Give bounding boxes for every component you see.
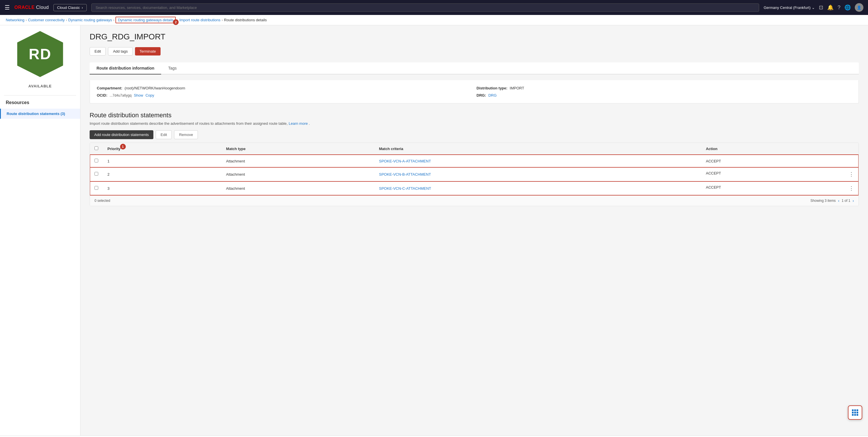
selected-count: 0 selected	[94, 199, 110, 203]
row2-priority: 2	[103, 167, 221, 181]
row1-action: ACCEPT	[701, 155, 859, 167]
table-header-match-type: Match type	[221, 143, 374, 155]
row3-match-criteria-link[interactable]: SPOKE-VCN-C-ATTACHMENT	[379, 186, 431, 191]
bell-icon[interactable]: 🔔	[827, 4, 834, 11]
statements-section-desc: Import route distribution statements des…	[90, 121, 859, 126]
row1-match-type: Attachment	[221, 155, 374, 167]
edit-button[interactable]: Edit	[90, 47, 106, 56]
info-tabs: Route distribution information Tags	[90, 62, 859, 75]
prev-page-button[interactable]: ‹	[838, 198, 840, 203]
help-grid-icon	[852, 409, 858, 416]
breadcrumb-dynamic-routing-gateways[interactable]: Dynamic routing gateways	[68, 18, 112, 22]
resource-hexagon-icon: RD	[17, 31, 63, 77]
row2-checkbox[interactable]	[94, 172, 98, 176]
showing-items: Showing 3 items	[811, 199, 836, 203]
row3-match-type: Attachment	[221, 181, 374, 196]
breadcrumb-dynamic-routing-gateways-details[interactable]: Dynamic routing gateways details	[116, 17, 176, 23]
breadcrumb-sep-1: ›	[26, 18, 27, 22]
breadcrumb-sep-5: ›	[222, 18, 223, 22]
add-route-distribution-statements-button[interactable]: Add route distribution statements	[90, 130, 153, 139]
ocid-label: OCID:	[97, 93, 107, 97]
row3-kebab-menu[interactable]: ⋮	[849, 185, 854, 192]
tab-tags[interactable]: Tags	[161, 62, 184, 75]
breadcrumb-import-route-distributions[interactable]: Import route distributions	[179, 18, 220, 22]
select-all-checkbox[interactable]	[94, 146, 98, 150]
ocid-row: OCID: ...7d4u7a6ygq Show Copy	[97, 93, 472, 97]
row3-checkbox[interactable]	[94, 186, 98, 190]
top-navigation: ☰ ORACLE Cloud Cloud Classic › Germany C…	[0, 0, 868, 15]
terminate-button[interactable]: Terminate	[135, 47, 161, 56]
add-tags-button[interactable]: Add tags	[108, 47, 132, 56]
sidebar-divider	[4, 95, 76, 95]
cloud-classic-button[interactable]: Cloud Classic ›	[54, 4, 87, 11]
tab-route-distribution-information[interactable]: Route distribution information	[90, 62, 161, 75]
sidebar: RD AVAILABLE Resources Route distributio…	[0, 25, 81, 436]
row1-priority: 1	[103, 155, 221, 167]
table-header-match-criteria: Match criteria	[375, 143, 702, 155]
main-layout: RD AVAILABLE Resources Route distributio…	[0, 25, 868, 436]
row2-kebab-menu[interactable]: ⋮	[849, 171, 854, 177]
compartment-row: Compartment: (root)/NETWORK/IwanHoogendo…	[97, 86, 472, 90]
row1-checkbox-cell	[90, 155, 103, 167]
help-apps-button[interactable]	[848, 405, 862, 420]
table-edit-button[interactable]: Edit	[156, 130, 172, 139]
screen-icon[interactable]: ⊡	[819, 4, 823, 11]
main-content: DRG_RDG_IMPORT Edit Add tags Terminate R…	[81, 25, 868, 436]
ocid-show-link[interactable]: Show	[134, 93, 143, 97]
oracle-text: ORACLE Cloud	[14, 5, 49, 10]
breadcrumb-sep-3: ›	[113, 18, 114, 22]
action-bar: Edit Add tags Terminate	[90, 47, 859, 56]
page-title: DRG_RDG_IMPORT	[90, 32, 859, 41]
table-row: 1 Attachment SPOKE-VCN-A-ATTACHMENT ACCE…	[90, 155, 859, 167]
next-page-button[interactable]: ›	[852, 198, 854, 203]
compartment-value: (root)/NETWORK/IwanHoogendoorn	[125, 86, 185, 90]
region-selector[interactable]: Germany Central (Frankfurt) ⌄	[764, 5, 815, 10]
row3-match-criteria: SPOKE-VCN-C-ATTACHMENT	[375, 181, 702, 196]
avatar[interactable]: 👤	[855, 3, 863, 12]
breadcrumb-networking[interactable]: Networking	[6, 18, 24, 22]
row1-match-criteria-link[interactable]: SPOKE-VCN-A-ATTACHMENT	[379, 159, 431, 163]
nav-right-icons: Germany Central (Frankfurt) ⌄ ⊡ 🔔 ? 🌐 👤	[764, 3, 863, 12]
table-header-priority: Priority 1	[103, 143, 221, 155]
row3-action: ACCEPT ⋮	[701, 181, 859, 196]
info-panel: Compartment: (root)/NETWORK/IwanHoogendo…	[90, 80, 859, 104]
row2-match-type: Attachment	[221, 167, 374, 181]
distribution-type-label: Distribution type:	[476, 86, 507, 90]
drg-row: DRG: DRG	[476, 93, 851, 97]
ocid-copy-link[interactable]: Copy	[145, 93, 154, 97]
breadcrumb-sep-2: ›	[66, 18, 67, 22]
breadcrumb-customer-connectivity[interactable]: Customer connectivity	[28, 18, 65, 22]
distribution-type-value: IMPORT	[510, 86, 524, 90]
breadcrumb-badge-2: 2	[173, 19, 179, 25]
table-toolbar: Add route distribution statements Edit R…	[90, 130, 859, 139]
search-input[interactable]	[91, 3, 759, 12]
statements-section-title: Route distribution statements	[90, 112, 859, 119]
resources-label: Resources	[0, 100, 29, 105]
table-row: 3 Attachment SPOKE-VCN-C-ATTACHMENT ACCE…	[90, 181, 859, 196]
distribution-type-row: Distribution type: IMPORT	[476, 86, 851, 90]
priority-badge-1: 1	[120, 144, 126, 149]
learn-more-link[interactable]: Learn more	[289, 121, 308, 126]
page-info: 1 of 1	[842, 199, 850, 203]
table-row: 2 Attachment SPOKE-VCN-B-ATTACHMENT ACCE…	[90, 167, 859, 181]
row1-checkbox[interactable]	[94, 159, 98, 163]
help-icon[interactable]: ?	[838, 5, 840, 11]
drg-label: DRG:	[476, 93, 486, 97]
sidebar-icon-wrapper: RD	[17, 31, 63, 77]
page-footer: Terms of Use and Privacy Cookie Preferen…	[0, 436, 868, 437]
table-header-checkbox	[90, 143, 103, 155]
pagination: Showing 3 items ‹ 1 of 1 ›	[811, 198, 854, 203]
row2-match-criteria: SPOKE-VCN-B-ATTACHMENT	[375, 167, 702, 181]
hamburger-icon[interactable]: ☰	[5, 4, 10, 11]
sidebar-item-route-distribution-statements[interactable]: Route distribution statements (3)	[0, 109, 80, 119]
row3-priority: 3	[103, 181, 221, 196]
breadcrumb: Networking › Customer connectivity › Dyn…	[0, 15, 868, 25]
table-footer: 0 selected Showing 3 items ‹ 1 of 1 ›	[90, 195, 859, 206]
table-remove-button[interactable]: Remove	[174, 130, 197, 139]
compartment-label: Compartment:	[97, 86, 122, 90]
row2-match-criteria-link[interactable]: SPOKE-VCN-B-ATTACHMENT	[379, 172, 431, 177]
table-header-action: Action	[701, 143, 859, 155]
globe-icon[interactable]: 🌐	[844, 4, 851, 11]
drg-link[interactable]: DRG	[488, 93, 497, 97]
breadcrumb-route-distributions-details: Route distributions details	[224, 18, 267, 22]
